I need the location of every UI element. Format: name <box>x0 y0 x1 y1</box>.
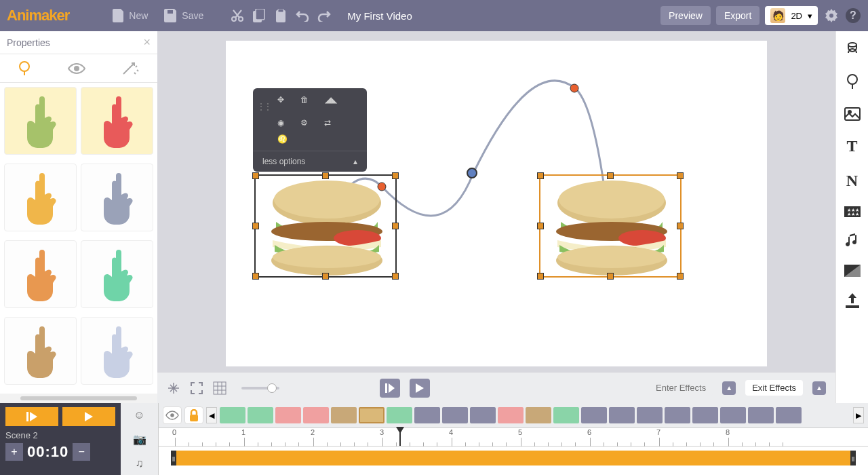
ruler-tick: 5 <box>518 428 522 436</box>
close-icon[interactable]: × <box>143 35 151 50</box>
timeline-clip[interactable] <box>581 407 607 423</box>
canvas[interactable]: ⋮⋮ ✥ 🗑 ◢◣ ◉ ⚙ ⇄ ♌ less options ▴ <box>226 41 767 366</box>
timeline-clip[interactable] <box>414 407 440 423</box>
undo-icon[interactable] <box>294 7 311 24</box>
record-icon[interactable]: ◉ <box>277 118 284 128</box>
fullscreen-icon[interactable] <box>190 381 203 395</box>
zoom-slider[interactable] <box>241 387 279 390</box>
upload-icon[interactable] <box>844 293 861 308</box>
character-icon[interactable] <box>844 41 861 57</box>
panel-scrollbar[interactable] <box>20 396 137 400</box>
time-increase[interactable]: + <box>5 443 23 461</box>
number-icon[interactable]: N <box>846 172 858 190</box>
timeline-clip[interactable] <box>776 407 802 423</box>
hand-option[interactable] <box>81 164 153 231</box>
hand-option[interactable] <box>4 164 77 231</box>
scene-play-from-start[interactable] <box>5 407 58 426</box>
play-from-start-button[interactable] <box>380 379 400 398</box>
tab-effects[interactable] <box>122 62 140 75</box>
timeline-clip[interactable] <box>359 407 384 423</box>
grid-icon[interactable] <box>213 381 226 395</box>
less-options-button[interactable]: less options ▴ <box>253 151 367 172</box>
redo-icon[interactable] <box>316 7 332 24</box>
settings-icon[interactable] <box>823 7 840 24</box>
hand-option[interactable] <box>81 87 153 155</box>
exit-effects-button[interactable]: Exit Effects <box>745 380 803 396</box>
time-decrease[interactable]: − <box>73 443 90 461</box>
face-tab-icon[interactable]: ☺ <box>134 409 144 421</box>
paste-icon[interactable] <box>273 7 289 24</box>
gear-icon[interactable]: ⚙ <box>300 118 308 128</box>
timeline-clip[interactable] <box>498 407 524 423</box>
effects-strip-icon[interactable]: ★★★★★★ <box>844 206 861 217</box>
selected-object-1[interactable] <box>254 174 397 278</box>
timeline-ruler[interactable]: 012345678 <box>159 428 868 446</box>
clip-start-handle[interactable]: || <box>171 451 176 466</box>
track-visibility-toggle[interactable] <box>163 406 182 424</box>
timeline-clip[interactable] <box>331 407 357 423</box>
timeline-clip[interactable] <box>609 407 635 423</box>
hand-option[interactable] <box>4 317 77 385</box>
timeline-clip[interactable] <box>637 407 663 423</box>
svg-text:★★★: ★★★ <box>847 212 859 216</box>
copy-icon[interactable] <box>251 7 267 24</box>
music-icon[interactable] <box>846 233 859 248</box>
hand-option[interactable] <box>4 240 77 308</box>
timeline-clip[interactable] <box>442 407 468 423</box>
timeline-clip[interactable] <box>526 407 551 423</box>
timeline-scroll-right[interactable]: ▶ <box>853 407 864 423</box>
export-button[interactable]: Export <box>716 6 760 25</box>
timeline-clip[interactable] <box>720 407 746 423</box>
exit-effects-chevron[interactable]: ▲ <box>812 381 826 395</box>
timeline-clip[interactable] <box>748 407 774 423</box>
drag-handle-icon[interactable]: ⋮⋮ <box>257 102 271 111</box>
path-icon[interactable]: ♌ <box>277 134 288 144</box>
timeline-clip[interactable] <box>665 407 690 423</box>
preview-button[interactable]: Preview <box>660 6 711 25</box>
timeline-clip[interactable] <box>692 407 718 423</box>
mode-selector[interactable]: 🧑 2D ▾ <box>765 6 818 25</box>
play-button[interactable] <box>410 379 430 398</box>
hand-option[interactable] <box>4 87 77 155</box>
timeline-clip[interactable] <box>275 407 301 423</box>
new-button[interactable]: New <box>107 6 153 25</box>
timeline-clip[interactable] <box>248 407 273 423</box>
image-icon[interactable] <box>844 107 861 121</box>
scene-play[interactable] <box>62 407 115 426</box>
tab-general[interactable] <box>18 60 31 77</box>
fit-icon[interactable] <box>167 381 180 395</box>
playhead[interactable] <box>399 428 401 446</box>
timeline-track[interactable]: || || <box>159 446 868 475</box>
background-icon[interactable] <box>844 265 861 277</box>
selected-object-2[interactable] <box>539 174 682 278</box>
timeline-clip[interactable] <box>303 407 329 423</box>
timeline-clip[interactable] <box>387 407 412 423</box>
svg-point-15 <box>467 168 477 178</box>
tab-visibility[interactable] <box>67 62 86 75</box>
timeline-clip[interactable] <box>553 407 579 423</box>
file-icon <box>113 9 125 22</box>
enter-effects-button[interactable]: Enter Effects <box>649 380 713 396</box>
svg-point-12 <box>75 66 79 71</box>
cut-icon[interactable] <box>229 7 245 24</box>
swap-icon[interactable]: ⇄ <box>324 118 331 128</box>
enter-effects-chevron[interactable]: ▲ <box>722 381 736 395</box>
save-button[interactable]: Save <box>159 6 209 25</box>
move-icon[interactable]: ✥ <box>277 95 284 104</box>
clip-duration-bar[interactable]: || || <box>171 451 856 466</box>
track-lock-toggle[interactable] <box>184 406 203 424</box>
audio-tab-icon[interactable]: ♫ <box>136 457 144 470</box>
flip-icon[interactable]: ◢◣ <box>325 95 337 104</box>
clip-end-handle[interactable]: || <box>850 451 856 466</box>
timeline-scroll-left[interactable]: ◀ <box>206 407 217 423</box>
text-icon[interactable]: T <box>846 137 857 155</box>
hand-option[interactable] <box>81 240 153 308</box>
svg-rect-6 <box>278 9 283 12</box>
help-icon[interactable]: ? <box>845 7 861 24</box>
props-icon[interactable] <box>846 73 859 91</box>
timeline-clip[interactable] <box>220 407 245 423</box>
hand-option[interactable] <box>81 317 153 385</box>
delete-icon[interactable]: 🗑 <box>300 95 309 104</box>
timeline-clip[interactable] <box>470 407 496 423</box>
camera-tab-icon[interactable]: 📷 <box>133 433 146 446</box>
